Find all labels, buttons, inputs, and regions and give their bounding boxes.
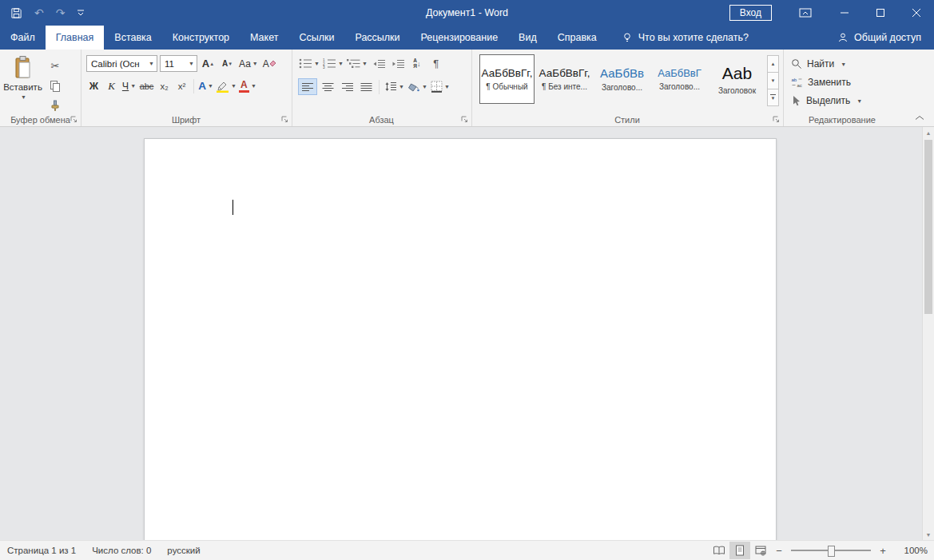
zoom-level[interactable]: 100% — [891, 546, 928, 555]
document-area[interactable]: ▲ ▼ — [0, 127, 934, 541]
format-painter-button[interactable] — [45, 97, 66, 114]
style-no-spacing[interactable]: АаБбВвГг, ¶ Без инте... — [537, 54, 592, 104]
shrink-font-button[interactable]: А▼ — [219, 55, 236, 72]
read-mode-button[interactable] — [709, 542, 729, 559]
document-page[interactable] — [144, 138, 777, 541]
tab-help[interactable]: Справка — [547, 26, 607, 50]
superscript-button[interactable]: x² — [173, 77, 190, 94]
strikethrough-button[interactable]: abc — [138, 77, 155, 94]
italic-button[interactable]: К — [103, 77, 120, 94]
web-layout-button[interactable] — [750, 542, 771, 559]
tab-references[interactable]: Ссылки — [288, 26, 344, 50]
font-name-dropdown-icon[interactable]: ▼ — [149, 61, 154, 66]
zoom-slider-thumb[interactable] — [828, 546, 835, 557]
bold-button[interactable]: Ж — [85, 77, 102, 94]
font-dialog-launcher-icon[interactable] — [280, 114, 289, 124]
clear-formatting-button[interactable]: А — [261, 55, 278, 72]
highlight-dropdown-icon[interactable]: ▼ — [231, 83, 236, 89]
tab-view[interactable]: Вид — [508, 26, 547, 50]
select-button[interactable]: Выделить ▼ — [791, 93, 901, 109]
font-size-dropdown-icon[interactable]: ▼ — [189, 61, 194, 66]
bullets-button[interactable]: ▼ — [298, 55, 320, 72]
multilevel-dropdown-icon[interactable]: ▼ — [362, 61, 368, 66]
scroll-up-icon[interactable]: ▲ — [923, 127, 934, 139]
select-dropdown-icon[interactable]: ▼ — [856, 98, 862, 104]
text-effects-button[interactable]: А▼ — [197, 77, 214, 94]
scroll-down-icon[interactable]: ▼ — [923, 529, 934, 541]
print-layout-button[interactable] — [729, 542, 750, 559]
zoom-slider[interactable] — [791, 550, 871, 551]
tab-design[interactable]: Конструктор — [162, 26, 240, 50]
zoom-in-button[interactable]: + — [875, 542, 891, 559]
numbering-button[interactable]: 123 ▼ — [322, 55, 344, 72]
increase-indent-button[interactable] — [389, 55, 407, 72]
styles-dialog-launcher-icon[interactable] — [771, 114, 781, 124]
underline-button[interactable]: Ч▼ — [121, 77, 137, 94]
scrollbar-thumb[interactable] — [924, 140, 932, 314]
tell-me-box[interactable]: Что вы хотите сделать? — [622, 26, 749, 50]
style-title[interactable]: Аab Заголовок — [709, 54, 765, 104]
tab-insert[interactable]: Вставка — [104, 26, 161, 50]
undo-icon[interactable]: ↶ — [34, 7, 44, 18]
font-name-combo[interactable]: Calibri (Осн ▼ — [86, 55, 157, 72]
customize-qat-icon[interactable] — [77, 9, 85, 17]
justify-button[interactable] — [357, 78, 375, 95]
scrollbar-track[interactable] — [923, 139, 934, 529]
change-case-button[interactable]: Аа▼ — [238, 55, 259, 72]
align-right-button[interactable] — [338, 78, 356, 95]
copy-button[interactable] — [45, 77, 66, 94]
tab-mailings[interactable]: Рассылки — [344, 26, 410, 50]
font-color-button[interactable]: А ▼ — [238, 77, 257, 94]
multilevel-list-button[interactable]: ▼ — [346, 55, 368, 72]
replace-button[interactable]: abac Заменить — [791, 74, 901, 90]
gallery-scroll-up-icon[interactable]: ▲ — [767, 55, 779, 73]
numbering-dropdown-icon[interactable]: ▼ — [338, 61, 344, 66]
subscript-button[interactable]: x₂ — [156, 77, 173, 94]
text-effects-dropdown-icon[interactable]: ▼ — [208, 83, 213, 89]
font-size-combo[interactable]: 11 ▼ — [160, 55, 197, 72]
borders-button[interactable]: ▼ — [430, 78, 451, 95]
paragraph-dialog-launcher-icon[interactable] — [459, 114, 469, 124]
vertical-scrollbar[interactable]: ▲ ▼ — [922, 127, 934, 541]
gallery-more-icon[interactable]: ▼ — [767, 89, 779, 106]
page-indicator[interactable]: Страница 1 из 1 — [0, 541, 84, 560]
gallery-scroll-down-icon[interactable]: ▼ — [767, 72, 779, 89]
find-button[interactable]: Найти ▼ — [791, 56, 901, 72]
font-color-dropdown-icon[interactable]: ▼ — [251, 83, 256, 89]
style-heading1[interactable]: АаБбВв Заголово... — [594, 54, 650, 104]
line-spacing-dropdown-icon[interactable]: ▼ — [399, 84, 404, 89]
find-dropdown-icon[interactable]: ▼ — [841, 62, 846, 67]
grow-font-button[interactable]: А▲ — [200, 55, 217, 72]
tab-file[interactable]: Файл — [0, 26, 46, 50]
tab-review[interactable]: Рецензирование — [411, 26, 509, 50]
share-button[interactable]: Общий доступ — [837, 26, 934, 50]
paste-button[interactable]: Вставить ▼ — [5, 52, 41, 115]
borders-dropdown-icon[interactable]: ▼ — [444, 84, 450, 89]
minimize-button[interactable] — [826, 0, 862, 26]
show-paragraph-marks-button[interactable]: ¶ — [427, 55, 445, 72]
style-normal[interactable]: АаБбВвГг, ¶ Обычный — [479, 54, 535, 104]
tab-home[interactable]: Главная — [46, 26, 105, 50]
style-heading2[interactable]: АаБбВвГ Заголово... — [652, 54, 707, 104]
sign-in-button[interactable]: Вход — [729, 5, 772, 21]
decrease-indent-button[interactable] — [370, 55, 388, 72]
close-button[interactable] — [898, 0, 934, 26]
sort-button[interactable]: АЯ ↓ — [408, 55, 426, 72]
line-spacing-button[interactable]: ▼ — [384, 78, 405, 95]
tab-layout[interactable]: Макет — [240, 26, 288, 50]
zoom-out-button[interactable]: − — [771, 542, 787, 559]
shading-dropdown-icon[interactable]: ▼ — [422, 84, 427, 89]
align-left-button[interactable] — [298, 78, 317, 95]
ribbon-display-options-icon[interactable] — [791, 0, 820, 26]
highlight-button[interactable]: ▼ — [215, 77, 237, 94]
cut-button[interactable]: ✂ — [45, 58, 66, 74]
redo-icon[interactable]: ↷ — [56, 7, 66, 18]
paste-dropdown-icon[interactable]: ▼ — [21, 94, 26, 100]
language-indicator[interactable]: русский — [159, 541, 208, 560]
collapse-ribbon-icon[interactable] — [912, 112, 928, 123]
clipboard-dialog-launcher-icon[interactable] — [69, 114, 78, 124]
underline-dropdown-icon[interactable]: ▼ — [130, 83, 136, 89]
shading-button[interactable]: ▼ — [407, 78, 428, 95]
word-count[interactable]: Число слов: 0 — [84, 541, 159, 560]
align-center-button[interactable] — [319, 78, 336, 95]
